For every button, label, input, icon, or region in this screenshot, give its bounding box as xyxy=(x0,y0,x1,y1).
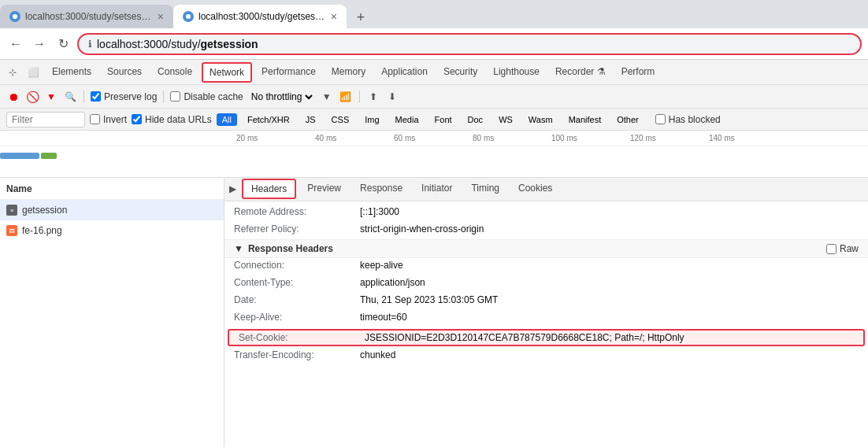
filter-fetch-xhr[interactable]: Fetch/XHR xyxy=(242,113,295,126)
timeline-bars xyxy=(0,146,868,177)
dt-tab-lighthouse[interactable]: Lighthouse xyxy=(485,60,547,85)
filter-manifest[interactable]: Manifest xyxy=(563,113,607,126)
devtools-cursor-icon[interactable]: ⊹ xyxy=(3,63,22,82)
browser-tab-1[interactable]: localhost:3000/study/setsessic × xyxy=(0,5,173,28)
tab-close-2[interactable]: × xyxy=(331,11,337,22)
throttle-select[interactable]: No throttling xyxy=(248,91,315,103)
filter-other[interactable]: Other xyxy=(611,113,644,126)
h-tab-cookies[interactable]: Cookies xyxy=(509,178,562,201)
devtools-device-icon[interactable]: ⬜ xyxy=(24,63,43,82)
key-connection: Connection: xyxy=(234,260,360,271)
timeline-ruler: 20 ms 40 ms 60 ms 80 ms 100 ms 120 ms 14… xyxy=(0,131,868,146)
file-item-getsession[interactable]: ≡ getsession xyxy=(0,200,224,220)
dt-tab-application[interactable]: Application xyxy=(373,60,436,85)
header-set-cookie: Set-Cookie: JSESSIONID=E2D3D120147CEA7B7… xyxy=(228,329,865,346)
disable-cache-checkbox[interactable] xyxy=(170,91,180,102)
disable-cache-label[interactable]: Disable cache xyxy=(170,91,243,102)
key-content-type: Content-Type: xyxy=(234,277,360,288)
file-icon-json: ≡ xyxy=(6,205,17,216)
throttle-dropdown-icon[interactable]: ▼ xyxy=(320,90,334,104)
filter-input[interactable] xyxy=(6,112,85,127)
filter-wasm[interactable]: Wasm xyxy=(523,113,558,126)
dt-tab-sources[interactable]: Sources xyxy=(99,60,150,85)
raw-label[interactable]: Raw xyxy=(826,243,859,254)
forward-button[interactable]: → xyxy=(30,35,49,54)
dt-tab-security[interactable]: Security xyxy=(436,60,485,85)
section-title: Response Headers xyxy=(248,243,333,254)
h-tab-timing[interactable]: Timing xyxy=(462,178,509,201)
url-info-icon: ℹ xyxy=(88,39,92,50)
response-headers-section[interactable]: ▼ Response Headers Raw xyxy=(224,239,868,258)
dt-tab-console[interactable]: Console xyxy=(150,60,200,85)
clear-button[interactable]: 🚫 xyxy=(25,90,39,104)
dt-tab-performance[interactable]: Performance xyxy=(254,60,324,85)
h-tab-preview[interactable]: Preview xyxy=(298,178,351,201)
key-set-cookie: Set-Cookie: xyxy=(239,332,365,343)
filter-css[interactable]: CSS xyxy=(326,113,355,126)
download-icon[interactable]: ⬇ xyxy=(385,90,399,104)
has-blocked-checkbox[interactable] xyxy=(655,114,666,124)
search-icon[interactable]: 🔍 xyxy=(63,90,77,104)
refresh-button[interactable]: ↻ xyxy=(54,35,72,54)
header-val-remote: [::1]:3000 xyxy=(360,206,859,217)
val-keep-alive: timeout=60 xyxy=(360,312,859,323)
h-tab-headers[interactable]: Headers xyxy=(242,179,296,199)
dt-tab-elements[interactable]: Elements xyxy=(44,60,99,85)
dt-tab-recorder[interactable]: Recorder ⚗ xyxy=(547,60,614,85)
has-blocked-label[interactable]: Has blocked xyxy=(655,114,721,125)
dt-tab-memory[interactable]: Memory xyxy=(324,60,373,85)
headers-content: Remote Address: [::1]:3000 Referrer Poli… xyxy=(224,201,868,368)
disable-cache-text: Disable cache xyxy=(184,91,243,102)
upload-icon[interactable]: ⬆ xyxy=(366,90,380,104)
tab-favicon-1 xyxy=(9,11,20,22)
file-list: Name ≡ getsession 🖼 fe-16.png xyxy=(0,178,224,447)
tab-close-1[interactable]: × xyxy=(158,11,164,22)
ruler-60ms: 60 ms xyxy=(394,134,415,142)
timeline-bar-1 xyxy=(0,153,39,159)
file-item-fe16[interactable]: 🖼 fe-16.png xyxy=(0,220,224,241)
invert-checkbox[interactable] xyxy=(90,114,100,124)
headers-tabs: ▶ Headers Preview Response Initiator Tim… xyxy=(224,178,868,201)
filter-icon[interactable]: ▼ xyxy=(44,90,58,104)
hide-data-urls-label[interactable]: Hide data URLs xyxy=(132,114,212,125)
hide-data-urls-checkbox[interactable] xyxy=(132,114,142,124)
browser-tab-2[interactable]: localhost:3000/study/getsessic × xyxy=(173,5,347,28)
header-remote-address: Remote Address: [::1]:3000 xyxy=(224,205,868,222)
new-tab-button[interactable]: + xyxy=(350,6,372,28)
filter-img[interactable]: Img xyxy=(359,113,384,126)
filter-ws[interactable]: WS xyxy=(493,113,518,126)
ruler-100ms: 100 ms xyxy=(551,134,577,142)
expand-panel-button[interactable]: ▶ xyxy=(224,178,240,201)
h-tab-response[interactable]: Response xyxy=(351,178,412,201)
timeline-bar-2 xyxy=(41,153,57,159)
preserve-log-checkbox[interactable] xyxy=(91,91,101,102)
tab-title-1: localhost:3000/study/setsessic xyxy=(25,11,153,22)
key-date: Date: xyxy=(234,294,360,305)
header-referrer-policy: Referrer Policy: strict-origin-when-cros… xyxy=(224,222,868,239)
filter-media[interactable]: Media xyxy=(390,113,425,126)
dt-tab-network[interactable]: Network xyxy=(202,62,252,83)
raw-checkbox[interactable] xyxy=(826,244,836,254)
filter-js[interactable]: JS xyxy=(300,113,321,126)
devtools-tab-bar: ⊹ ⬜ Elements Sources Console Network Per… xyxy=(0,60,868,85)
browser-chrome: localhost:3000/study/setsessic × localho… xyxy=(0,0,868,447)
filter-all[interactable]: All xyxy=(217,113,237,126)
preserve-log-label[interactable]: Preserve log xyxy=(91,91,157,102)
file-icon-img: 🖼 xyxy=(6,225,17,236)
header-key-referrer: Referrer Policy: xyxy=(234,224,360,235)
dt-tab-perform2[interactable]: Perform xyxy=(614,60,663,85)
h-tab-initiator[interactable]: Initiator xyxy=(412,178,462,201)
invert-label[interactable]: Invert xyxy=(90,114,127,125)
record-button[interactable]: ⏺ xyxy=(6,90,20,104)
file-name-getsession: getsession xyxy=(22,205,67,216)
url-prefix: localhost:3000/study/ xyxy=(97,38,201,50)
filter-doc[interactable]: Doc xyxy=(462,113,489,126)
filter-font[interactable]: Font xyxy=(429,113,458,126)
val-content-type: application/json xyxy=(360,277,859,288)
url-bar[interactable]: ℹ localhost:3000/study/getsession xyxy=(77,33,862,55)
wifi-icon[interactable]: 📶 xyxy=(339,90,353,104)
header-date: Date: Thu, 21 Sep 2023 15:03:05 GMT xyxy=(224,293,868,310)
val-transfer-encoding: chunked xyxy=(360,349,859,360)
back-button[interactable]: ← xyxy=(6,35,25,54)
name-column-header: Name xyxy=(6,183,32,194)
